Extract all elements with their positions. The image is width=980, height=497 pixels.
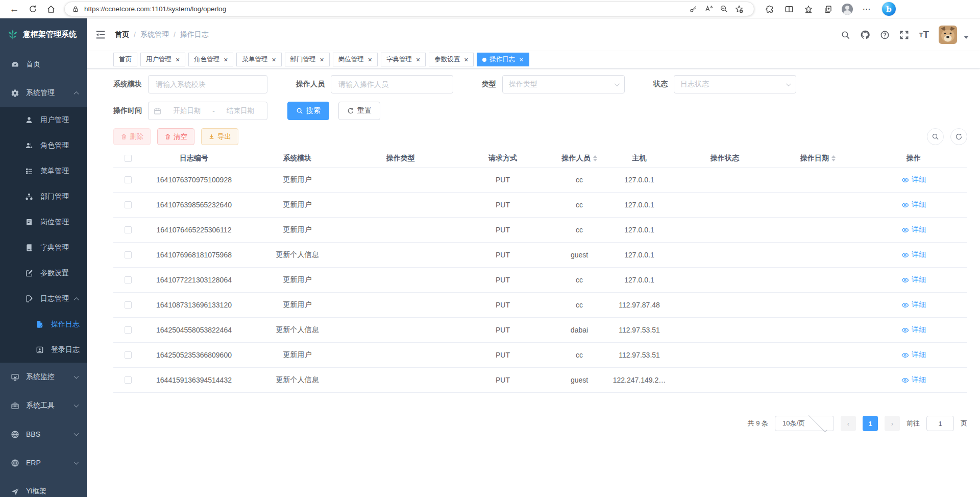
detail-link[interactable]: 详细	[901, 225, 926, 234]
row-checkbox[interactable]	[125, 301, 132, 309]
operator-input[interactable]	[331, 75, 453, 93]
more-options-icon[interactable]: ⋯	[859, 3, 875, 16]
detail-link[interactable]: 详细	[901, 175, 926, 184]
prev-page-button[interactable]: ‹	[841, 416, 856, 431]
sort-icons[interactable]	[593, 155, 597, 161]
reset-button[interactable]: 重置	[338, 102, 380, 120]
sort-icons[interactable]	[831, 155, 836, 161]
tab-5[interactable]: 岗位管理×	[333, 53, 378, 66]
sidebar-item-tools[interactable]: 系统工具	[0, 391, 87, 420]
sidebar-logo[interactable]: 意框架管理系统	[0, 18, 87, 50]
user-avatar[interactable]	[939, 26, 957, 44]
tab-close-icon[interactable]: ×	[176, 56, 180, 63]
sidebar-item-menu-mgmt[interactable]: 菜单管理	[0, 158, 87, 184]
row-checkbox[interactable]	[125, 351, 132, 359]
export-button[interactable]: 导出	[201, 128, 238, 145]
row-checkbox[interactable]	[125, 226, 132, 233]
sidebar-item-login-log[interactable]: 登录日志	[0, 337, 87, 363]
row-checkbox[interactable]	[125, 376, 132, 384]
detail-link[interactable]: 详细	[901, 200, 926, 209]
date-range-picker[interactable]: 开始日期 - 结束日期	[148, 102, 267, 120]
breadcrumb-home[interactable]: 首页	[115, 30, 129, 39]
sidebar-item-user-mgmt[interactable]: 用户管理	[0, 107, 87, 133]
date-end-placeholder[interactable]: 结束日期	[219, 106, 262, 115]
show-search-toggle-button[interactable]	[927, 128, 944, 145]
date-start-placeholder[interactable]: 开始日期	[165, 106, 208, 115]
detail-link[interactable]: 详细	[901, 300, 926, 310]
tab-close-icon[interactable]: ×	[272, 56, 276, 63]
sidebar-item-erp[interactable]: ERP	[0, 448, 87, 477]
search-button[interactable]: 搜索	[287, 102, 329, 120]
github-icon[interactable]	[860, 30, 870, 40]
row-checkbox[interactable]	[125, 176, 132, 183]
type-select[interactable]: 操作类型	[502, 75, 625, 93]
row-checkbox[interactable]	[125, 251, 132, 258]
tab-close-icon[interactable]: ×	[416, 56, 420, 63]
refresh-table-button[interactable]	[950, 128, 967, 145]
browser-home-button[interactable]	[42, 2, 60, 16]
detail-link[interactable]: 详细	[901, 250, 926, 259]
select-all-checkbox[interactable]	[125, 155, 132, 162]
font-size-icon[interactable]: TT	[919, 29, 929, 40]
extensions-icon[interactable]	[762, 3, 778, 16]
avatar-caret-icon[interactable]	[964, 36, 969, 39]
row-checkbox[interactable]	[125, 326, 132, 334]
row-checkbox[interactable]	[125, 201, 132, 208]
tab-close-icon[interactable]: ×	[224, 56, 228, 63]
sidebar-item-post-mgmt[interactable]: 岗位管理	[0, 209, 87, 235]
tab-7[interactable]: 参数设置×	[429, 53, 474, 66]
tab-6[interactable]: 字典管理×	[381, 53, 426, 66]
detail-link[interactable]: 详细	[901, 325, 926, 335]
collections-icon[interactable]	[820, 3, 836, 16]
row-checkbox[interactable]	[125, 276, 132, 283]
search-icon[interactable]	[841, 30, 850, 40]
sidebar-collapse-button[interactable]	[95, 29, 106, 40]
sidebar-item-log-mgmt[interactable]: 日志管理	[0, 286, 87, 312]
browser-back-button[interactable]: ←	[5, 2, 23, 16]
url-bar[interactable]: https://ccnetcore.com:1101/system/log/op…	[64, 2, 754, 16]
module-input[interactable]	[148, 75, 267, 93]
tab-4[interactable]: 部门管理×	[285, 53, 330, 66]
delete-button[interactable]: 删除	[113, 128, 151, 145]
add-favorite-icon[interactable]	[731, 3, 747, 15]
clear-button[interactable]: 清空	[157, 128, 194, 145]
current-page-button[interactable]: 1	[863, 416, 878, 431]
copilot-icon[interactable]: b	[882, 2, 896, 16]
col-date[interactable]: 操作日期	[776, 154, 860, 163]
sidebar-item-yi-framework[interactable]: Yi框架	[0, 477, 87, 497]
tab-1[interactable]: 用户管理×	[140, 53, 185, 66]
next-page-button[interactable]: ›	[885, 416, 900, 431]
col-operator[interactable]: 操作人员	[554, 154, 605, 163]
sidebar-item-dict-mgmt[interactable]: 字典管理	[0, 235, 87, 261]
fullscreen-icon[interactable]	[899, 30, 909, 40]
browser-profile-avatar[interactable]	[839, 3, 855, 16]
tab-3[interactable]: 菜单管理×	[236, 53, 281, 66]
zoom-out-icon[interactable]	[716, 3, 731, 15]
tab-0[interactable]: 首页	[113, 53, 137, 66]
sidebar-item-operation-log[interactable]: 操作日志	[0, 312, 87, 337]
tab-close-icon[interactable]: ×	[368, 56, 372, 63]
page-size-select[interactable]: 10条/页	[775, 416, 834, 431]
read-aloud-icon[interactable]	[701, 3, 716, 15]
url-text[interactable]: https://ccnetcore.com:1101/system/log/op…	[84, 5, 685, 13]
sidebar-item-role-mgmt[interactable]: 角色管理	[0, 133, 87, 158]
sidebar-item-monitor[interactable]: 系统监控	[0, 363, 87, 391]
detail-link[interactable]: 详细	[901, 375, 926, 385]
sidebar-item-system[interactable]: 系统管理	[0, 79, 87, 107]
sidebar-item-dept-mgmt[interactable]: 部门管理	[0, 184, 87, 209]
sidebar-item-param-settings[interactable]: 参数设置	[0, 261, 87, 286]
tab-close-icon[interactable]: ×	[519, 56, 523, 63]
breadcrumb-system[interactable]: 系统管理	[140, 30, 169, 39]
status-select[interactable]: 日志状态	[674, 75, 796, 93]
password-key-icon[interactable]	[685, 3, 701, 15]
detail-link[interactable]: 详细	[901, 350, 926, 360]
sidebar-item-bbs[interactable]: BBS	[0, 420, 87, 448]
browser-refresh-button[interactable]	[23, 2, 42, 16]
tab-close-icon[interactable]: ×	[320, 56, 324, 63]
sidebar-item-home[interactable]: 首页	[0, 50, 87, 79]
tab-close-icon[interactable]: ×	[464, 56, 468, 63]
favorites-icon[interactable]	[800, 3, 817, 16]
detail-link[interactable]: 详细	[901, 275, 926, 285]
tab-2[interactable]: 角色管理×	[188, 53, 233, 66]
goto-page-input[interactable]	[926, 416, 954, 431]
